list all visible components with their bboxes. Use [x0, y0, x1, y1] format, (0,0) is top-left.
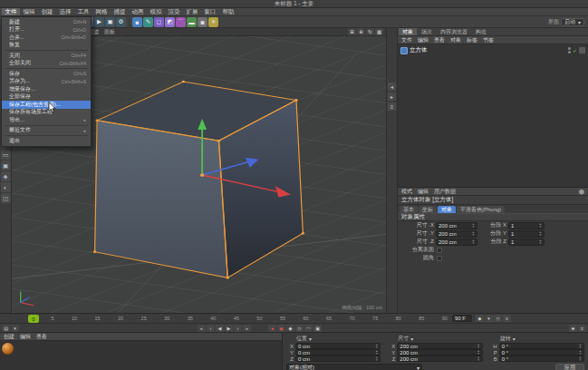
- light-icon[interactable]: ☀: [208, 17, 218, 27]
- rotation-header-dropdown[interactable]: 旋转 ▾: [490, 335, 584, 342]
- coordinate-value-field[interactable]: 200 cm ▲▼: [397, 355, 482, 362]
- attribute-value-field-2[interactable]: 1 ▲▼: [508, 239, 545, 246]
- panel-collapse-right-icon[interactable]: ▸: [388, 92, 396, 101]
- end-frame-field[interactable]: 90 F: [452, 315, 472, 322]
- play-icon[interactable]: ▶: [225, 325, 233, 332]
- menu-item-open[interactable]: 打开... Ctrl+O: [2, 26, 91, 34]
- playhead[interactable]: 0: [28, 315, 39, 323]
- attribute-menu-item[interactable]: 用户数据: [431, 188, 458, 196]
- prev-frame-icon[interactable]: ◀: [216, 325, 224, 332]
- coordinate-value-field[interactable]: 0 cm ▲▼: [295, 349, 381, 355]
- menu-item-close[interactable]: 关闭 Ctrl+F4: [2, 52, 91, 60]
- coordinate-value-field[interactable]: 0 ° ▲▼: [499, 349, 584, 355]
- menubar-item[interactable]: 选择: [56, 8, 74, 15]
- timeline-magnet-icon[interactable]: ◇: [494, 315, 502, 322]
- frame-tick[interactable]: 70: [350, 316, 355, 321]
- frame-tick[interactable]: 35: [188, 316, 193, 321]
- menubar-item[interactable]: 文件: [2, 8, 20, 15]
- frame-tick[interactable]: 30: [164, 316, 169, 321]
- panel-collapse-left-icon[interactable]: ◂: [388, 83, 396, 91]
- attribute-tab[interactable]: 基本: [400, 206, 418, 213]
- isoline-edit-icon[interactable]: ◫: [1, 193, 11, 203]
- floor-icon[interactable]: ▬: [187, 17, 197, 27]
- attribute-menu-item[interactable]: 编辑: [415, 188, 431, 196]
- timeline-key-icon[interactable]: ◆: [476, 315, 484, 322]
- menubar-item[interactable]: 网格: [92, 8, 111, 15]
- record-scale-icon[interactable]: ◇: [295, 325, 304, 332]
- gizmo-center-handle[interactable]: [200, 173, 204, 177]
- menubar-item[interactable]: 工具: [74, 8, 92, 15]
- goto-end-icon[interactable]: »: [243, 325, 251, 332]
- layout-select[interactable]: 启动 ▾: [561, 18, 584, 26]
- menu-item-save-as[interactable]: 另存为... Ctrl+Shift+S: [2, 78, 91, 86]
- panel-tab[interactable]: 构造: [472, 28, 490, 35]
- planar-workplane-icon[interactable]: ◈: [1, 171, 11, 181]
- stepper-icon[interactable]: ▲▼: [477, 344, 480, 348]
- material-thumbnail[interactable]: [2, 343, 14, 355]
- checkbox[interactable]: [437, 256, 442, 261]
- phong-tag-icon[interactable]: [579, 47, 585, 54]
- prev-key-icon[interactable]: ‹: [207, 325, 215, 332]
- attribute-menu-item[interactable]: 模式: [399, 188, 415, 196]
- menu-item-save-all[interactable]: 全部保存: [2, 93, 91, 102]
- frame-tick[interactable]: 10: [72, 316, 77, 321]
- marker-add-icon[interactable]: ▾: [11, 325, 19, 332]
- frame-tick[interactable]: 15: [95, 316, 101, 321]
- object-manager-menu-item[interactable]: 对象: [448, 36, 464, 44]
- menu-item-save[interactable]: 保存 Ctrl+S: [2, 70, 91, 78]
- menubar-item[interactable]: 渲染: [165, 8, 183, 15]
- pen-spline-icon[interactable]: ✎: [143, 17, 153, 27]
- frame-tick[interactable]: 5: [51, 316, 53, 321]
- cube-primitive-icon[interactable]: ■: [132, 17, 142, 27]
- object-row[interactable]: 立方体 ✓: [398, 45, 588, 55]
- timeline-settings-icon[interactable]: ≡: [578, 325, 586, 332]
- menubar-item[interactable]: 创建: [38, 8, 56, 15]
- menu-item-save-project[interactable]: 保存工程(包含资源)...: [2, 101, 91, 109]
- tweak-mode-icon[interactable]: ◐: [1, 182, 11, 192]
- frame-tick[interactable]: 25: [141, 316, 147, 321]
- menu-item-close-all[interactable]: 全部关闭 Ctrl+Shift+F4: [2, 60, 91, 68]
- editor-visibility-dot[interactable]: [568, 47, 571, 50]
- timeline-ruler[interactable]: 0 051015202530354045505560657075808590 9…: [0, 313, 588, 323]
- material-menu-item[interactable]: 创建: [1, 333, 17, 341]
- timeline-marker-icon[interactable]: ▾: [485, 315, 493, 322]
- record-keyframe-icon[interactable]: ●: [268, 325, 276, 332]
- stepper-icon[interactable]: ▲▼: [375, 356, 378, 361]
- object-manager-menu-item[interactable]: 编辑: [415, 36, 431, 44]
- frame-tick[interactable]: 65: [326, 316, 332, 321]
- menu-item-revert[interactable]: 恢复: [2, 42, 91, 50]
- stepper-icon[interactable]: ▲▼: [472, 239, 475, 244]
- checkbox[interactable]: [437, 248, 442, 253]
- render-settings-icon[interactable]: ⚙: [116, 17, 126, 27]
- stepper-icon[interactable]: ▲▼: [539, 223, 542, 228]
- coordinate-mode-select[interactable]: 对象(相对) ▾: [286, 364, 422, 370]
- frame-tick[interactable]: 60: [303, 316, 308, 321]
- coordinate-value-field[interactable]: 0 ° ▲▼: [499, 343, 584, 349]
- cube-front-face[interactable]: [95, 121, 228, 278]
- attribute-tab[interactable]: 对象: [438, 206, 456, 213]
- coordinate-value-field[interactable]: 0 ° ▲▼: [499, 355, 584, 362]
- frame-tick[interactable]: 45: [234, 316, 239, 321]
- record-rotation-icon[interactable]: ◠: [304, 325, 313, 332]
- stepper-icon[interactable]: ▲▼: [579, 344, 582, 348]
- keyframe-selection-icon[interactable]: ◈: [569, 325, 577, 332]
- frame-tick[interactable]: 20: [118, 316, 123, 321]
- menu-item-save-all-scenes[interactable]: 保存所有场景工程: [2, 109, 91, 117]
- timeline-options-icon[interactable]: ≡: [503, 315, 511, 322]
- record-parameter-icon[interactable]: ▣: [313, 325, 322, 332]
- menu-item-merge[interactable]: 合并... Ctrl+Shift+O: [2, 34, 91, 42]
- menu-item-new[interactable]: 新建 Ctrl+N: [2, 18, 91, 26]
- extrude-generator-icon[interactable]: ◩: [165, 17, 175, 27]
- toggle-view-icon[interactable]: ▦: [375, 28, 383, 35]
- menu-item-export[interactable]: 导出... ▸: [2, 116, 91, 124]
- next-key-icon[interactable]: ›: [234, 325, 242, 332]
- frame-tick[interactable]: 55: [280, 316, 285, 321]
- attribute-value-field[interactable]: 200 cm ▲▼: [436, 239, 477, 246]
- frame-tick[interactable]: 90: [442, 316, 448, 321]
- menubar-item[interactable]: 扩展: [183, 8, 201, 15]
- stepper-icon[interactable]: ▲▼: [579, 350, 582, 355]
- zoom-view-icon[interactable]: ⊕: [357, 28, 365, 35]
- object-properties-header[interactable]: 对象属性: [398, 213, 588, 221]
- coordinate-value-field[interactable]: 200 cm ▲▼: [397, 349, 482, 355]
- menubar-item[interactable]: 动画: [129, 8, 147, 15]
